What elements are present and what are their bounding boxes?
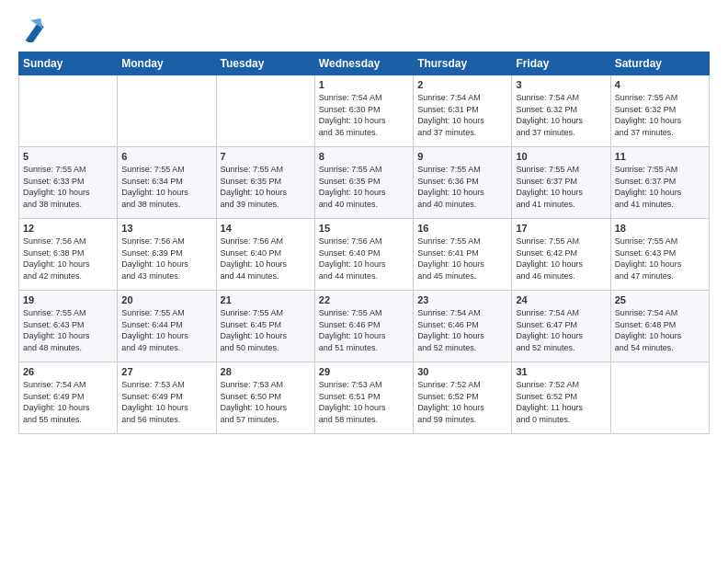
week-row-2: 5Sunrise: 7:55 AM Sunset: 6:33 PM Daylig… — [19, 147, 710, 219]
day-cell — [216, 75, 314, 147]
day-info: Sunrise: 7:55 AM Sunset: 6:37 PM Dayligh… — [516, 164, 606, 210]
col-header-saturday: Saturday — [610, 52, 709, 75]
week-row-1: 1Sunrise: 7:54 AM Sunset: 6:30 PM Daylig… — [19, 75, 710, 147]
day-info: Sunrise: 7:54 AM Sunset: 6:47 PM Dayligh… — [516, 307, 606, 353]
day-cell: 15Sunrise: 7:56 AM Sunset: 6:40 PM Dayli… — [314, 219, 413, 291]
day-cell: 27Sunrise: 7:53 AM Sunset: 6:49 PM Dayli… — [118, 362, 216, 434]
day-info: Sunrise: 7:55 AM Sunset: 6:43 PM Dayligh… — [23, 307, 113, 353]
day-info: Sunrise: 7:54 AM Sunset: 6:49 PM Dayligh… — [23, 379, 113, 425]
day-number: 26 — [23, 366, 113, 377]
calendar-page: SundayMondayTuesdayWednesdayThursdayFrid… — [0, 0, 728, 563]
day-number: 17 — [516, 223, 606, 234]
header — [18, 17, 710, 42]
day-number: 12 — [23, 223, 113, 234]
day-cell — [118, 75, 216, 147]
day-cell: 5Sunrise: 7:55 AM Sunset: 6:33 PM Daylig… — [19, 147, 118, 219]
day-info: Sunrise: 7:55 AM Sunset: 6:41 PM Dayligh… — [417, 236, 507, 282]
day-number: 20 — [121, 294, 211, 305]
week-row-4: 19Sunrise: 7:55 AM Sunset: 6:43 PM Dayli… — [19, 291, 710, 362]
day-cell: 9Sunrise: 7:55 AM Sunset: 6:36 PM Daylig… — [414, 147, 512, 219]
day-number: 6 — [121, 151, 211, 162]
day-number: 8 — [319, 151, 409, 162]
day-cell: 7Sunrise: 7:55 AM Sunset: 6:35 PM Daylig… — [216, 147, 314, 219]
day-number: 22 — [319, 294, 409, 305]
day-cell: 31Sunrise: 7:52 AM Sunset: 6:52 PM Dayli… — [512, 362, 610, 434]
col-header-thursday: Thursday — [414, 52, 512, 75]
day-number: 24 — [516, 294, 606, 305]
day-cell: 26Sunrise: 7:54 AM Sunset: 6:49 PM Dayli… — [19, 362, 118, 434]
day-info: Sunrise: 7:54 AM Sunset: 6:30 PM Dayligh… — [319, 92, 409, 138]
day-cell: 12Sunrise: 7:56 AM Sunset: 6:38 PM Dayli… — [19, 219, 118, 291]
day-info: Sunrise: 7:55 AM Sunset: 6:37 PM Dayligh… — [615, 164, 705, 210]
day-info: Sunrise: 7:55 AM Sunset: 6:42 PM Dayligh… — [516, 236, 606, 282]
day-info: Sunrise: 7:55 AM Sunset: 6:44 PM Dayligh… — [121, 307, 211, 353]
day-info: Sunrise: 7:54 AM Sunset: 6:31 PM Dayligh… — [417, 92, 507, 138]
day-info: Sunrise: 7:55 AM Sunset: 6:45 PM Dayligh… — [221, 307, 311, 353]
day-cell: 16Sunrise: 7:55 AM Sunset: 6:41 PM Dayli… — [414, 219, 512, 291]
day-info: Sunrise: 7:54 AM Sunset: 6:48 PM Dayligh… — [615, 307, 705, 353]
day-number: 23 — [417, 294, 507, 305]
day-cell: 23Sunrise: 7:54 AM Sunset: 6:46 PM Dayli… — [414, 291, 512, 362]
day-number: 4 — [615, 79, 705, 90]
day-cell: 1Sunrise: 7:54 AM Sunset: 6:30 PM Daylig… — [314, 75, 413, 147]
day-cell: 3Sunrise: 7:54 AM Sunset: 6:32 PM Daylig… — [512, 75, 610, 147]
day-cell: 2Sunrise: 7:54 AM Sunset: 6:31 PM Daylig… — [414, 75, 512, 147]
day-number: 16 — [417, 223, 507, 234]
day-info: Sunrise: 7:52 AM Sunset: 6:52 PM Dayligh… — [516, 379, 606, 425]
logo-icon — [20, 17, 46, 42]
day-cell: 19Sunrise: 7:55 AM Sunset: 6:43 PM Dayli… — [19, 291, 118, 362]
day-cell: 8Sunrise: 7:55 AM Sunset: 6:35 PM Daylig… — [314, 147, 413, 219]
col-header-sunday: Sunday — [19, 52, 118, 75]
day-number: 31 — [516, 366, 606, 377]
day-cell: 25Sunrise: 7:54 AM Sunset: 6:48 PM Dayli… — [610, 291, 709, 362]
day-number: 29 — [319, 366, 409, 377]
day-number: 11 — [615, 151, 705, 162]
day-info: Sunrise: 7:55 AM Sunset: 6:35 PM Dayligh… — [319, 164, 409, 210]
day-cell: 28Sunrise: 7:53 AM Sunset: 6:50 PM Dayli… — [216, 362, 314, 434]
svg-marker-0 — [23, 21, 46, 42]
day-number: 2 — [417, 79, 507, 90]
day-number: 18 — [615, 223, 705, 234]
day-cell: 24Sunrise: 7:54 AM Sunset: 6:47 PM Dayli… — [512, 291, 610, 362]
day-number: 5 — [23, 151, 113, 162]
day-info: Sunrise: 7:53 AM Sunset: 6:50 PM Dayligh… — [221, 379, 311, 425]
day-number: 7 — [221, 151, 311, 162]
day-cell: 30Sunrise: 7:52 AM Sunset: 6:52 PM Dayli… — [414, 362, 512, 434]
day-info: Sunrise: 7:55 AM Sunset: 6:33 PM Dayligh… — [23, 164, 113, 210]
day-info: Sunrise: 7:55 AM Sunset: 6:46 PM Dayligh… — [319, 307, 409, 353]
day-number: 10 — [516, 151, 606, 162]
day-cell: 10Sunrise: 7:55 AM Sunset: 6:37 PM Dayli… — [512, 147, 610, 219]
day-cell: 4Sunrise: 7:55 AM Sunset: 6:32 PM Daylig… — [610, 75, 709, 147]
day-cell: 29Sunrise: 7:53 AM Sunset: 6:51 PM Dayli… — [314, 362, 413, 434]
day-info: Sunrise: 7:56 AM Sunset: 6:40 PM Dayligh… — [221, 236, 311, 282]
day-info: Sunrise: 7:54 AM Sunset: 6:46 PM Dayligh… — [417, 307, 507, 353]
day-cell — [19, 75, 118, 147]
col-header-monday: Monday — [118, 52, 216, 75]
day-cell: 17Sunrise: 7:55 AM Sunset: 6:42 PM Dayli… — [512, 219, 610, 291]
day-info: Sunrise: 7:55 AM Sunset: 6:36 PM Dayligh… — [417, 164, 507, 210]
day-cell: 18Sunrise: 7:55 AM Sunset: 6:43 PM Dayli… — [610, 219, 709, 291]
day-number: 1 — [319, 79, 409, 90]
day-number: 21 — [221, 294, 311, 305]
day-number: 30 — [417, 366, 507, 377]
day-number: 13 — [121, 223, 211, 234]
day-cell — [610, 362, 709, 434]
day-cell: 14Sunrise: 7:56 AM Sunset: 6:40 PM Dayli… — [216, 219, 314, 291]
week-row-3: 12Sunrise: 7:56 AM Sunset: 6:38 PM Dayli… — [19, 219, 710, 291]
day-number: 25 — [615, 294, 705, 305]
day-info: Sunrise: 7:53 AM Sunset: 6:49 PM Dayligh… — [121, 379, 211, 425]
col-header-wednesday: Wednesday — [314, 52, 413, 75]
day-cell: 13Sunrise: 7:56 AM Sunset: 6:39 PM Dayli… — [118, 219, 216, 291]
day-info: Sunrise: 7:55 AM Sunset: 6:34 PM Dayligh… — [121, 164, 211, 210]
day-number: 14 — [221, 223, 311, 234]
day-info: Sunrise: 7:52 AM Sunset: 6:52 PM Dayligh… — [417, 379, 507, 425]
day-info: Sunrise: 7:54 AM Sunset: 6:32 PM Dayligh… — [516, 92, 606, 138]
day-info: Sunrise: 7:55 AM Sunset: 6:35 PM Dayligh… — [221, 164, 311, 210]
day-info: Sunrise: 7:53 AM Sunset: 6:51 PM Dayligh… — [319, 379, 409, 425]
logo — [18, 17, 46, 42]
day-cell: 20Sunrise: 7:55 AM Sunset: 6:44 PM Dayli… — [118, 291, 216, 362]
week-row-5: 26Sunrise: 7:54 AM Sunset: 6:49 PM Dayli… — [19, 362, 710, 434]
day-cell: 11Sunrise: 7:55 AM Sunset: 6:37 PM Dayli… — [610, 147, 709, 219]
col-header-friday: Friday — [512, 52, 610, 75]
day-number: 3 — [516, 79, 606, 90]
